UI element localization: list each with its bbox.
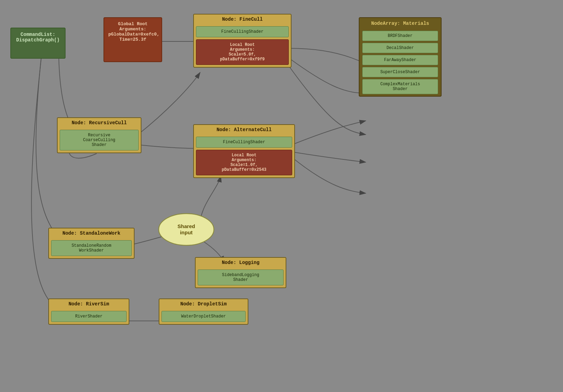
- recursivecull-title: Node: RecursiveCull: [58, 118, 141, 128]
- global-root-node: Global RootArguments:pGlobalData=0xefc0,…: [103, 17, 162, 62]
- supercloseshader-item: SuperCloseShader: [362, 67, 438, 77]
- dropletsim-shader: WaterDropletShader: [161, 311, 246, 322]
- alternatecull-shader: FineCullingShader: [196, 137, 292, 148]
- standalonework-shader: StandaloneRandomWorkShader: [51, 240, 132, 256]
- farawayshader-item: FarAwayShader: [362, 55, 438, 65]
- standalonework-node: Node: StandaloneWork StandaloneRandomWor…: [48, 228, 135, 259]
- logging-title: Node: Logging: [196, 258, 286, 267]
- riversim-node: Node: RiverSim RiverShader: [48, 298, 129, 325]
- dropletsim-node: Node: DropletSim WaterDropletShader: [159, 298, 248, 325]
- global-root-label: Global RootArguments:pGlobalData=0xefc0,…: [108, 21, 157, 42]
- finecull-shader: FineCullingShader: [196, 26, 289, 37]
- logging-node: Node: Logging SidebandLoggingShader: [195, 257, 286, 288]
- alternatecull-node: Node: AlternateCull FineCullingShader Lo…: [193, 124, 295, 178]
- complexmaterialsshader-item: ComplexMaterialsShader: [362, 79, 438, 94]
- recursivecull-node: Node: RecursiveCull RecursiveCoarseCulli…: [57, 117, 141, 153]
- finecull-node: Node: FineCull FineCullingShader Local R…: [193, 14, 292, 68]
- dropletsim-title: Node: DropletSim: [159, 299, 248, 309]
- riversim-shader: RiverShader: [51, 311, 127, 322]
- riversim-title: Node: RiverSim: [49, 299, 129, 309]
- decalshader-item: DecalShader: [362, 43, 438, 53]
- standalonework-title: Node: StandaloneWork: [49, 228, 134, 238]
- recursivecull-shader: RecursiveCoarseCullingShader: [60, 130, 139, 150]
- alternatecull-title: Node: AlternateCull: [194, 125, 294, 135]
- nodearray-materials: NodeArray: Materials BRDFShader DecalSha…: [359, 17, 442, 97]
- commandlist-node: CommandList: DispatchGraph(): [10, 28, 66, 59]
- commandlist-label: CommandList: DispatchGraph(): [16, 32, 60, 43]
- brdfshader-item: BRDFShader: [362, 31, 438, 41]
- shared-input-node: Shared input: [157, 212, 216, 247]
- logging-shader: SidebandLoggingShader: [198, 270, 284, 285]
- shared-input-label: Shared input: [178, 223, 195, 236]
- finecull-args: Local RootArguments:Scale=5.0f,pDataBuff…: [196, 39, 289, 65]
- finecull-title: Node: FineCull: [194, 14, 291, 24]
- alternatecull-args: Local RootArguments:Scale=1.0f,pDataBuff…: [196, 150, 292, 175]
- nodearray-title: NodeArray: Materials: [359, 18, 441, 29]
